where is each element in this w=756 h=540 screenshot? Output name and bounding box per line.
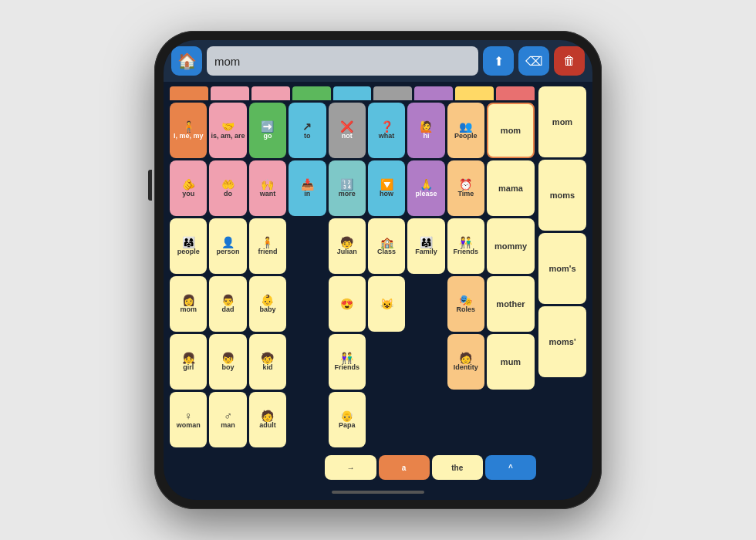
backspace-icon: ⌫ [525,54,543,69]
trash-button[interactable]: 🗑 [554,46,585,76]
bottom-row: → a the ^ [164,455,592,484]
color-tab-orange [170,86,208,100]
color-tab-purple [414,86,453,100]
text-input-bar[interactable]: mom [207,46,478,76]
cell-identity[interactable]: 🧑 Identity [447,334,484,390]
cell-empty-4 [289,334,326,390]
cell-mom[interactable]: 👩 mom [170,276,207,332]
cell-not[interactable]: ❌ not [329,103,366,158]
keyboard-area: 🧍 I, me, my 🤝 is, am, are ➡️ go ↗ [164,82,592,454]
home-button[interactable]: 🏠 [171,46,202,76]
cell-roles[interactable]: 🎭 Roles [447,276,484,332]
cell-empty-7 [289,392,326,447]
cell-family[interactable]: 👨‍👩‍👧 Family [407,218,444,274]
color-tab-gray [373,86,412,100]
home-indicator [164,484,592,500]
suggestion-right-moms-apos[interactable]: mom's [538,233,586,304]
input-text: mom [214,55,240,68]
color-tab-pink1 [211,86,249,100]
share-button[interactable]: ⬆ [483,46,514,76]
cell-how[interactable]: 🔽 how [368,160,405,216]
cell-people[interactable]: 👥 People [447,103,484,158]
home-icon: 🏠 [177,52,197,70]
bottom-the[interactable]: the [432,455,483,480]
cell-go[interactable]: ➡️ go [249,103,286,158]
cell-friend[interactable]: 🧍 friend [249,218,286,274]
grid-row-6: ♀ woman ♂ man 🧑 adult 👴 [170,392,535,447]
cell-cat-sleep[interactable]: 😺 [368,276,405,332]
cell-empty-1 [289,218,326,274]
suggestion-right-moms[interactable]: moms [538,160,586,231]
grid-row-4: 👩 mom 👨 dad 👶 baby 😍 [170,276,535,332]
cell-empty-10 [447,392,484,447]
cell-empty-9 [407,392,444,447]
cell-people-2[interactable]: 👨‍👩‍👧 people [170,218,207,274]
bottom-arrow[interactable]: → [325,455,376,480]
suggestion-right-mom[interactable]: mom [538,86,586,157]
color-tab-blue [333,86,372,100]
grid-row-3: 👨‍👩‍👧 people 👤 person 🧍 friend [170,218,535,274]
suggestion-mommy[interactable]: mommy [487,218,535,274]
bottom-a[interactable]: a [379,455,430,480]
cell-baby[interactable]: 👶 baby [249,276,286,332]
side-button [148,170,152,201]
cell-hi[interactable]: 🙋 hi [407,103,444,158]
suggestion-mum[interactable]: mum [487,334,535,390]
cell-heart-eyes[interactable]: 😍 [329,276,366,332]
cell-i-me-my[interactable]: 🧍 I, me, my [170,103,207,158]
cell-man[interactable]: ♂ man [209,392,246,447]
bottom-caret[interactable]: ^ [485,455,536,480]
cell-time[interactable]: ⏰ Time [447,160,484,216]
cell-more[interactable]: 🔢 more [329,160,366,216]
cell-adult[interactable]: 🧑 adult [249,392,286,447]
cell-want[interactable]: 🙌 want [249,160,286,216]
phone-frame: 🏠 mom ⬆ ⌫ 🗑 [154,31,602,509]
right-suggestions: mom moms mom's moms' [538,86,586,447]
suggestion-mother[interactable]: mother [487,276,535,332]
cell-in[interactable]: 📥 in [289,160,326,216]
cell-is-am-are[interactable]: 🤝 is, am, are [209,103,246,158]
home-indicator-bar [332,491,424,494]
suggestion-mama[interactable]: mama [487,160,535,216]
cell-person[interactable]: 👤 person [209,218,246,274]
cell-julian[interactable]: 🧒 Julian [329,218,366,274]
cell-to[interactable]: ↗ to [289,103,326,158]
phone-screen: 🏠 mom ⬆ ⌫ 🗑 [164,40,592,500]
backspace-button[interactable]: ⌫ [518,46,549,76]
cell-do[interactable]: 🤲 do [209,160,246,216]
grid-row-5: 👧 girl 👦 boy 🧒 kid 👫 [170,334,535,390]
color-strip [170,86,535,100]
color-tab-yellow [455,86,494,100]
cell-empty-3 [407,276,444,332]
cell-girl[interactable]: 👧 girl [170,334,207,390]
cell-you[interactable]: 🫵 you [170,160,207,216]
top-bar: 🏠 mom ⬆ ⌫ 🗑 [164,40,592,82]
cell-empty-2 [289,276,326,332]
color-tab-red [496,86,535,100]
grid-row-1: 🧍 I, me, my 🤝 is, am, are ➡️ go ↗ [170,103,535,158]
cell-empty-8 [368,392,405,447]
grid-rows: 🧍 I, me, my 🤝 is, am, are ➡️ go ↗ [170,103,535,447]
color-tab-green [292,86,331,100]
cell-class[interactable]: 🏫 Class [368,218,405,274]
cell-friends[interactable]: 👫 Friends [447,218,484,274]
cell-boy[interactable]: 👦 boy [209,334,246,390]
cell-papa[interactable]: 👴 Papa [329,392,366,447]
cell-please[interactable]: 🙏 please [407,160,444,216]
grid-row-2: 🫵 you 🤲 do 🙌 want 📥 [170,160,535,216]
cell-woman[interactable]: ♀ woman [170,392,207,447]
cell-empty-5 [368,334,405,390]
suggestion-mom[interactable]: mom [487,103,535,158]
color-tab-pink2 [251,86,290,100]
cell-kid[interactable]: 🧒 kid [249,334,286,390]
cell-friends-2[interactable]: 👫 Friends [329,334,366,390]
share-icon: ⬆ [494,54,504,69]
cell-what[interactable]: ❓ what [368,103,405,158]
cell-empty-6 [407,334,444,390]
trash-icon: 🗑 [563,54,575,68]
suggestion-right-moms-end[interactable]: moms' [538,306,586,377]
right-suggestions-col [487,392,535,447]
cell-dad[interactable]: 👨 dad [209,276,246,332]
